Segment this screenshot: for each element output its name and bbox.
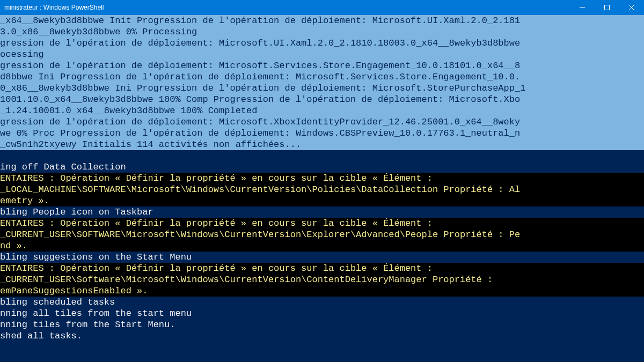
terminal-output[interactable]: _x64__8wekyb3d8bbwe Init Progression de … [0,15,644,362]
terminal-line-selected: 1001.10.0_x64__8wekyb3d8bbwe 100% Comp P… [0,94,644,105]
terminal-line-verbose: emPaneSuggestionsEnabled ». [0,285,644,297]
terminal-line: bling scheduled tasks [0,297,644,308]
terminal-line: nning all tiles from the start menu [0,308,644,319]
terminal-line: shed all tasks. [0,330,644,342]
terminal-line: bling People icon on Taskbar [0,206,644,218]
terminal-line-verbose: _CURRENT_USER\SOFTWARE\Microsoft\Windows… [0,229,644,240]
terminal-line-selected: _cw5n1h2txyewy Initialis 114 activités n… [0,139,644,150]
terminal-line-verbose: ENTAIRES : Opération « Définir la propri… [0,263,644,274]
terminal-line-selected: 3.0_x86__8wekyb3d8bbwe 0% Processing [0,26,644,38]
minimize-icon [580,5,585,10]
window-controls [570,0,644,15]
terminal-line: bling suggestions on the Start Menu [0,252,644,263]
window-title: ministrateur : Windows PowerShell [4,4,570,11]
terminal-line-selected: _x64__8wekyb3d8bbwe Init Progression de … [0,15,644,26]
terminal-line-verbose: ENTAIRES : Opération « Définir la propri… [0,173,644,184]
terminal-line-selected: d8bbwe Ini Progression de l'opération de… [0,71,644,83]
terminal-line-verbose: _LOCAL_MACHINE\SOFTWARE\Microsoft\Window… [0,184,644,195]
terminal-line-verbose: ENTAIRES : Opération « Définir la propri… [0,218,644,229]
terminal-line-verbose: _CURRENT_USER\Software\Microsoft\Windows… [0,274,644,285]
terminal-line-selected: gression de l'opération de déploiement: … [0,60,644,71]
terminal-blank-line [0,150,644,161]
terminal-line-selected: ocessing [0,49,644,60]
close-icon [629,5,634,10]
svg-rect-1 [605,5,610,10]
terminal-line-verbose: emetry ». [0,195,644,206]
titlebar[interactable]: ministrateur : Windows PowerShell [0,0,644,15]
terminal-line: nning tiles from the Start Menu. [0,319,644,330]
terminal-line-verbose: nd ». [0,240,644,252]
maximize-icon [604,5,610,10]
minimize-button[interactable] [570,0,595,15]
terminal-line-selected: we 0% Proc Progression de l'opération de… [0,128,644,139]
close-button[interactable] [619,0,644,15]
terminal-line-selected: gression de l'opération de déploiement: … [0,116,644,128]
maximize-button[interactable] [595,0,619,15]
powershell-window: ministrateur : Windows PowerShell _x64__… [0,0,644,362]
terminal-line-selected: gression de l'opération de déploiement: … [0,38,644,49]
terminal-line-selected: 0_x86__8wekyb3d8bbwe Ini Progression de … [0,83,644,94]
terminal-line: ing off Data Collection [0,161,644,173]
terminal-line-selected: _1.24.10001.0_x64__8wekyb3d8bbwe 100% Co… [0,105,644,116]
